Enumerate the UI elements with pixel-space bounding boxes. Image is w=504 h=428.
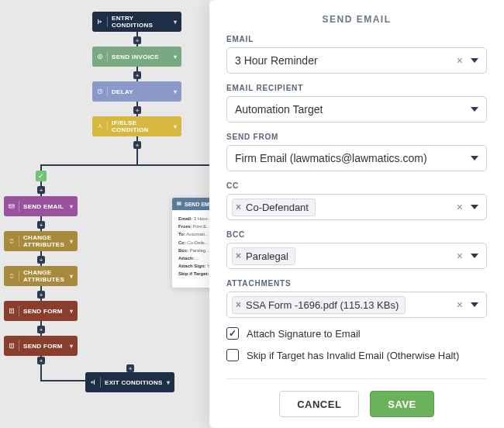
chevron-down-icon: ▾ <box>174 19 177 26</box>
panel-actions: CANCEL SAVE <box>226 391 487 417</box>
skip-target-label: Skip if Target has Invalid Email (Otherw… <box>247 350 459 361</box>
email-select[interactable]: 3 Hour Reminder × <box>226 47 487 74</box>
label-cc: CC <box>226 181 487 190</box>
chevron-down-icon <box>471 302 478 307</box>
skip-target-checkbox-row[interactable]: Skip if Target has Invalid Email (Otherw… <box>226 349 487 361</box>
connector <box>40 164 234 166</box>
attachment-tag-label: SSA Form -1696.pdf (115.13 KBs) <box>246 299 399 311</box>
chevron-down-icon: ▾ <box>174 88 177 95</box>
plus-icon[interactable]: + <box>37 186 45 194</box>
refresh-icon <box>9 271 19 281</box>
recipient-value: Automation Target <box>235 103 468 116</box>
node-exit-conditions[interactable]: EXIT CONDITIONS ▾ <box>85 372 174 392</box>
clear-icon[interactable]: × <box>452 299 468 311</box>
chevron-down-icon: ▾ <box>167 379 170 386</box>
chevron-down-icon <box>471 205 478 209</box>
cc-tag-label: Co-Defendant <box>246 202 309 213</box>
invoice-icon <box>97 51 108 62</box>
bcc-tag: × Paralegal <box>232 247 295 265</box>
node-label: DELAY <box>112 88 133 95</box>
node-label: IF/ELSE CONDITION <box>112 119 174 133</box>
node-change-attributes[interactable]: CHANGE ATTRIBUTES ▾ <box>4 231 78 251</box>
plus-icon[interactable]: + <box>37 326 45 333</box>
node-label: CHANGE ATTRIBUTES <box>23 234 70 248</box>
label-attachments: ATTACHMENTS <box>226 279 487 288</box>
node-send-invoice[interactable]: SEND INVOICE ▾ <box>92 47 181 67</box>
node-delay[interactable]: DELAY ▾ <box>92 81 181 102</box>
checkbox-unchecked-icon[interactable] <box>226 349 239 361</box>
cancel-label: CANCEL <box>297 399 341 410</box>
send-from-select[interactable]: Firm Email (lawmatics@lawmatics.com) <box>226 145 487 171</box>
label-recipient: EMAIL RECIPIENT <box>226 84 487 92</box>
chevron-down-icon: ▾ <box>174 123 177 130</box>
branch-icon <box>97 121 108 132</box>
node-send-form[interactable]: SEND FORM ▾ <box>4 301 78 321</box>
node-label: EXIT CONDITIONS <box>105 379 163 386</box>
node-label: ENTRY CONDITIONS <box>112 15 174 29</box>
recipient-select[interactable]: Automation Target <box>226 96 487 123</box>
node-send-form[interactable]: SEND FORM ▾ <box>4 336 78 356</box>
attach-signature-label: Attach Signature to Email <box>247 328 361 340</box>
clear-icon[interactable]: × <box>452 201 468 213</box>
attach-signature-checkbox-row[interactable]: ✓ Attach Signature to Email <box>226 327 487 340</box>
chevron-down-icon: ▾ <box>70 273 73 280</box>
chevron-down-icon: ▾ <box>70 203 73 210</box>
remove-tag-icon[interactable]: × <box>236 299 241 310</box>
bcc-select[interactable]: × Paralegal × <box>226 243 487 269</box>
exit-icon <box>90 377 101 388</box>
enter-icon <box>97 16 108 27</box>
mail-icon: ✉ <box>177 201 181 207</box>
clock-icon <box>97 86 108 97</box>
plus-icon[interactable]: + <box>37 357 45 364</box>
plus-icon[interactable]: + <box>37 256 45 264</box>
attachments-select[interactable]: × SSA Form -1696.pdf (115.13 KBs) × <box>226 292 487 318</box>
clear-icon[interactable]: × <box>452 250 468 262</box>
send-from-value: Firm Email (lawmatics@lawmatics.com) <box>235 152 468 164</box>
plus-icon[interactable]: + <box>37 221 45 229</box>
node-label: SEND FORM <box>23 343 63 350</box>
node-label: SEND INVOICE <box>112 54 159 60</box>
label-bcc: BCC <box>226 230 487 239</box>
chevron-down-icon <box>471 58 478 63</box>
node-send-email[interactable]: SEND EMAIL ▾ <box>4 196 78 216</box>
chevron-down-icon: ▾ <box>70 238 73 245</box>
bcc-tag-label: Paralegal <box>246 250 288 262</box>
attachment-tag: × SSA Form -1696.pdf (115.13 KBs) <box>232 296 406 314</box>
save-button[interactable]: SAVE <box>370 391 433 417</box>
node-entry-conditions[interactable]: ENTRY CONDITIONS ▾ <box>92 12 181 32</box>
chevron-down-icon: ▾ <box>70 308 73 315</box>
node-if-else[interactable]: IF/ELSE CONDITION ▾ <box>92 116 181 136</box>
mail-icon <box>9 201 19 212</box>
chevron-down-icon <box>471 107 478 112</box>
plus-icon[interactable]: + <box>133 141 141 149</box>
form-icon <box>9 340 19 351</box>
form-icon <box>9 305 19 316</box>
chevron-down-icon <box>471 156 478 160</box>
save-label: SAVE <box>388 399 416 410</box>
checkbox-checked-icon[interactable]: ✓ <box>226 327 239 340</box>
plus-icon[interactable]: + <box>133 106 141 114</box>
cc-tag: × Co-Defendant <box>232 198 316 216</box>
cancel-button[interactable]: CANCEL <box>279 391 359 417</box>
plus-icon[interactable]: + <box>133 36 141 44</box>
chevron-down-icon: ▾ <box>70 343 73 350</box>
remove-tag-icon[interactable]: × <box>236 202 241 212</box>
cc-select[interactable]: × Co-Defendant × <box>226 194 487 220</box>
divider <box>226 378 487 379</box>
node-label: SEND EMAIL <box>23 203 64 210</box>
node-change-attributes[interactable]: CHANGE ATTRIBUTES ▾ <box>4 266 78 286</box>
label-send-from: SEND FROM <box>226 133 487 141</box>
remove-tag-icon[interactable]: × <box>236 250 241 261</box>
chevron-down-icon <box>471 254 478 258</box>
chevron-down-icon: ▾ <box>174 54 177 60</box>
clear-icon[interactable]: × <box>452 54 468 67</box>
email-value: 3 Hour Reminder <box>235 54 452 67</box>
plus-icon[interactable]: + <box>133 71 141 79</box>
node-label: SEND FORM <box>23 308 63 315</box>
refresh-icon <box>9 236 19 247</box>
panel-title: SEND EMAIL <box>226 14 487 25</box>
plus-icon[interactable]: + <box>126 364 134 372</box>
plus-icon[interactable]: + <box>37 291 45 299</box>
workflow-canvas[interactable]: + + + + ✓ + + + + + + + ENTRY CONDITIONS… <box>0 0 209 428</box>
check-icon: ✓ <box>36 171 47 181</box>
